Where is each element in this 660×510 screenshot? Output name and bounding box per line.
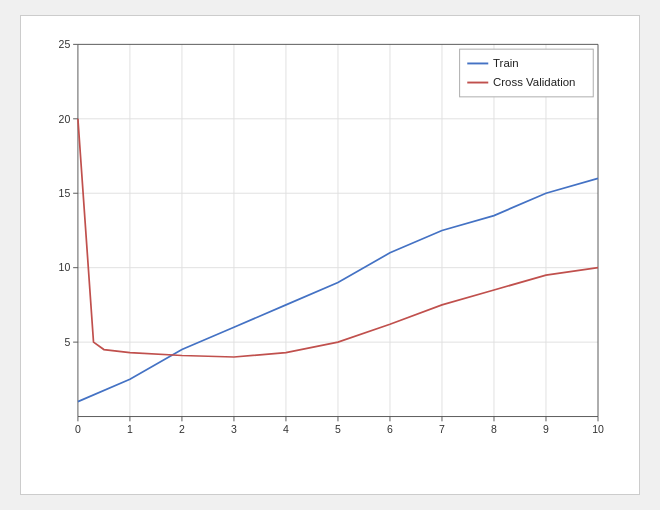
svg-text:10: 10 [59,262,71,273]
svg-text:7: 7 [439,424,445,435]
chart-area: 012345678910510152025TrainCross Validati… [76,36,619,444]
svg-text:15: 15 [59,188,71,199]
svg-text:10: 10 [592,424,604,435]
legend-cv-label: Cross Validation [493,76,575,88]
svg-text:5: 5 [335,424,341,435]
svg-rect-49 [460,49,594,97]
svg-text:20: 20 [59,114,71,125]
svg-text:4: 4 [283,424,289,435]
plot-svg: 012345678910510152025TrainCross Validati… [76,36,619,444]
svg-text:8: 8 [491,424,497,435]
svg-text:2: 2 [179,424,185,435]
svg-text:3: 3 [231,424,237,435]
svg-text:25: 25 [59,39,71,50]
svg-text:5: 5 [64,337,70,348]
svg-text:6: 6 [387,424,393,435]
legend-train-label: Train [493,57,519,69]
chart-container: 012345678910510152025TrainCross Validati… [20,15,640,495]
svg-text:0: 0 [75,424,81,435]
svg-text:9: 9 [543,424,549,435]
svg-text:1: 1 [127,424,133,435]
